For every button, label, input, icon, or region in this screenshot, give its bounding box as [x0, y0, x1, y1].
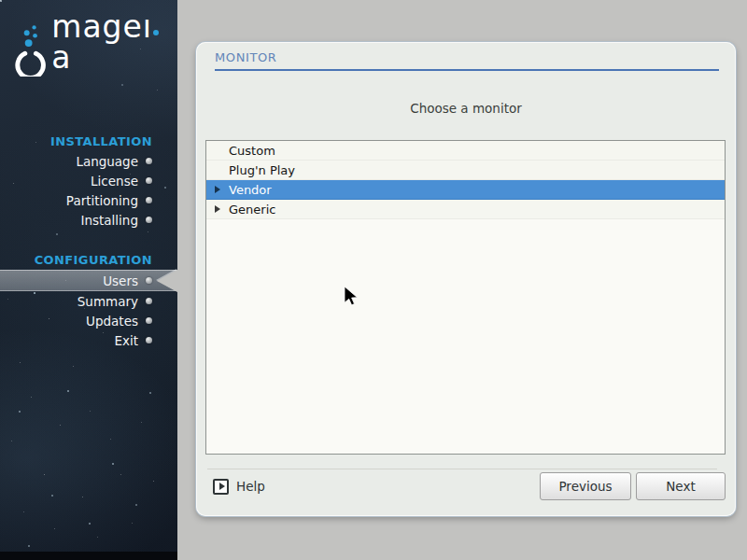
footer-separator — [207, 469, 717, 469]
cauldron-icon — [9, 22, 51, 77]
monitor-list: Custom Plug'n Play Vendor Generic — [205, 140, 726, 455]
step-bullet-icon — [146, 158, 152, 164]
sidebar-item-exit[interactable]: Exit — [0, 330, 177, 350]
monitor-step-panel: MONITOR Choose a monitor Custom Plug'n P… — [196, 42, 736, 516]
expander-icon[interactable] — [215, 205, 220, 213]
next-button[interactable]: Next — [636, 472, 726, 500]
section-configuration: CONFIGURATION — [0, 252, 177, 268]
mageia-wordmark: mageıa — [51, 11, 177, 77]
step-bullet-icon — [146, 177, 152, 184]
sidebar-bottom-strip — [0, 552, 177, 560]
list-item-plug-n-play[interactable]: Plug'n Play — [206, 161, 725, 180]
list-item-generic[interactable]: Generic — [206, 200, 725, 219]
nav-section-gap — [0, 230, 177, 252]
sidebar-nav: INSTALLATION Language License Partitioni… — [0, 133, 177, 350]
sidebar-item-updates[interactable]: Updates — [0, 311, 177, 330]
sidebar-item-language[interactable]: Language — [0, 151, 177, 171]
list-item-label: Generic — [229, 203, 275, 217]
step-bullet-icon — [146, 298, 152, 304]
help-button-label: Help — [236, 479, 265, 494]
sidebar-item-installing[interactable]: Installing — [0, 210, 177, 230]
list-item-label: Plug'n Play — [229, 163, 295, 177]
installer-sidebar: mageıa INSTALLATION Language License Par… — [0, 0, 177, 560]
section-installation: INSTALLATION — [0, 133, 177, 149]
sidebar-item-users[interactable]: Users — [0, 270, 177, 291]
sidebar-item-partitioning[interactable]: Partitioning — [0, 190, 177, 210]
step-bullet-icon — [146, 197, 152, 203]
list-item-custom[interactable]: Custom — [206, 141, 725, 161]
list-item-label: Custom — [229, 144, 275, 158]
help-icon — [213, 479, 229, 495]
list-item-vendor[interactable]: Vendor — [206, 180, 725, 200]
previous-button[interactable]: Previous — [540, 472, 631, 500]
logo-dot-icon — [153, 30, 159, 35]
step-bullet-icon — [146, 317, 152, 324]
help-button[interactable]: Help — [213, 475, 265, 497]
step-bullet-icon — [146, 217, 152, 223]
step-bullet-icon — [146, 277, 152, 284]
mageia-logo: mageıa — [9, 11, 177, 77]
choose-monitor-heading: Choose a monitor — [196, 101, 736, 116]
expander-icon[interactable] — [215, 186, 220, 193]
sidebar-item-summary[interactable]: Summary — [0, 291, 177, 311]
header-underline — [215, 69, 719, 71]
step-bullet-icon — [146, 337, 152, 343]
sidebar-item-license[interactable]: License — [0, 171, 177, 190]
list-item-label: Vendor — [229, 183, 272, 197]
current-step-arrow-icon — [157, 270, 177, 292]
page-title: MONITOR — [215, 50, 276, 64]
